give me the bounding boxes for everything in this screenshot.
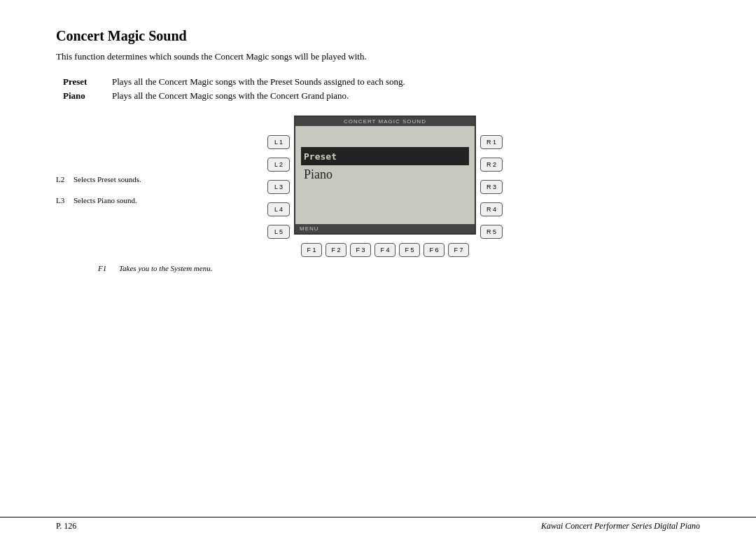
- device-area: L2 Selects Preset sounds. L3 Selects Pia…: [56, 116, 700, 257]
- lcd-with-buttons: L 1 L 2 L 3 L 4 L 5 CONCERT MAGIC SOUND …: [267, 116, 503, 239]
- lcd-row-1: [301, 129, 469, 147]
- def-row-piano: Piano Plays all the Concert Magic songs …: [63, 90, 700, 102]
- device-container: L 1 L 2 L 3 L 4 L 5 CONCERT MAGIC SOUND …: [267, 116, 503, 257]
- def-desc-preset: Plays all the Concert Magic songs with t…: [112, 76, 700, 88]
- lcd-menu-bar: MENU: [295, 224, 475, 233]
- lcd-row-5: [301, 202, 469, 220]
- def-term-preset: Preset: [63, 76, 112, 88]
- btn-l5[interactable]: L 5: [267, 225, 290, 239]
- ann-l3-label: L3: [56, 196, 74, 204]
- intro-text: This function determines which sounds th…: [56, 51, 700, 62]
- btn-r3[interactable]: R 3: [480, 180, 503, 194]
- lcd-row-2: Preset: [301, 147, 469, 165]
- btn-f2[interactable]: F 2: [326, 243, 346, 257]
- btn-r2[interactable]: R 2: [480, 158, 503, 172]
- ann-l2-text: Selects Preset sounds.: [74, 175, 141, 183]
- definition-table: Preset Plays all the Concert Magic songs…: [63, 76, 700, 102]
- f-buttons-row: F 1 F 2 F 3 F 4 F 5 F 6 F 7: [301, 243, 469, 257]
- lcd-body: Preset Piano: [295, 126, 475, 224]
- lcd-title-bar: CONCERT MAGIC SOUND: [295, 117, 475, 126]
- ann-l3-text: Selects Piano sound.: [74, 196, 137, 204]
- lcd-preset-text: Preset: [304, 151, 337, 162]
- btn-r1[interactable]: R 1: [480, 135, 503, 149]
- btn-r4[interactable]: R 4: [480, 202, 503, 216]
- page-title: Concert Magic Sound: [56, 28, 700, 44]
- lcd-row-3: Piano: [301, 165, 469, 183]
- bottom-ann-text: Takes you to the System menu.: [119, 264, 212, 272]
- btn-f7[interactable]: F 7: [448, 243, 469, 257]
- footer-brand: Kawai Concert Performer Series Digital P…: [541, 521, 700, 531]
- page-footer: P. 126 Kawai Concert Performer Series Di…: [0, 517, 756, 535]
- right-buttons: R 1 R 2 R 3 R 4 R 5: [480, 116, 503, 239]
- btn-r5[interactable]: R 5: [480, 225, 503, 239]
- btn-f1[interactable]: F 1: [301, 243, 322, 257]
- annotation-l3: L3 Selects Piano sound.: [56, 196, 141, 204]
- ann-l2-label: L2: [56, 175, 74, 183]
- btn-l2[interactable]: L 2: [267, 158, 290, 172]
- def-row-preset: Preset Plays all the Concert Magic songs…: [63, 76, 700, 88]
- def-desc-piano: Plays all the Concert Magic songs with t…: [112, 90, 700, 102]
- left-buttons: L 1 L 2 L 3 L 4 L 5: [267, 116, 290, 239]
- btn-f4[interactable]: F 4: [374, 243, 396, 257]
- left-annotations: L2 Selects Preset sounds. L3 Selects Pia…: [56, 137, 141, 217]
- footer-page-number: P. 126: [56, 521, 76, 531]
- lcd-piano-text: Piano: [301, 167, 335, 182]
- btn-l4[interactable]: L 4: [267, 202, 290, 216]
- annotation-l2: L2 Selects Preset sounds.: [56, 175, 141, 183]
- def-term-piano: Piano: [63, 90, 112, 102]
- bottom-annotations: F1 Takes you to the System menu.: [98, 264, 700, 272]
- lcd-screen: CONCERT MAGIC SOUND Preset Piano: [294, 116, 476, 235]
- btn-f5[interactable]: F 5: [399, 243, 420, 257]
- btn-l3[interactable]: L 3: [267, 180, 290, 194]
- btn-l1[interactable]: L 1: [267, 135, 290, 149]
- bottom-ann-label: F1: [98, 264, 119, 272]
- lcd-row-4: [301, 183, 469, 202]
- page-content: Concert Magic Sound This function determ…: [0, 0, 756, 300]
- btn-f3[interactable]: F 3: [350, 243, 371, 257]
- btn-f6[interactable]: F 6: [424, 243, 444, 257]
